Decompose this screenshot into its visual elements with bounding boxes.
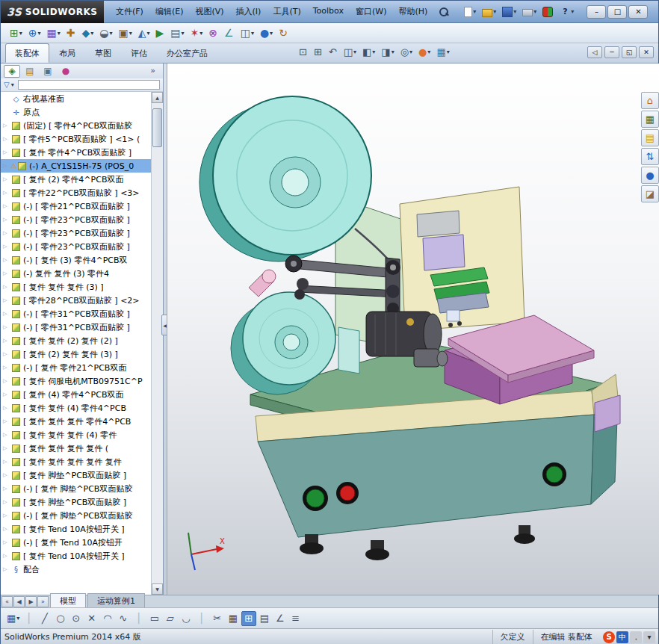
reference-geometry-icon[interactable]: ◭ ▾ — [135, 26, 153, 40]
doc-minimize-icon[interactable]: ─ — [604, 46, 619, 58]
expand-arrow-icon[interactable]: ▷ — [3, 176, 10, 182]
tree-item[interactable]: ▷ (-) [ 零件23^PCB双面贴胶 ] — [1, 213, 151, 226]
view-palette-icon[interactable]: ⇅ — [641, 148, 659, 165]
divider[interactable]: │ — [22, 611, 37, 626]
bom-icon[interactable]: ▤ ▾ — [167, 26, 187, 40]
menu-item[interactable]: 插入(I) — [230, 2, 267, 21]
filter-caret[interactable]: ▾ — [11, 81, 14, 88]
previous-view-icon[interactable]: ↶ — [327, 45, 340, 59]
expand-arrow-icon[interactable]: ▷ — [3, 486, 10, 492]
assembly-features-icon[interactable]: ▣ ▾ — [116, 26, 135, 40]
expand-arrow-icon[interactable]: ▷ — [3, 499, 10, 505]
menu-item[interactable]: 编辑(E) — [149, 2, 190, 21]
ime-more-icon[interactable]: ▾ — [643, 631, 655, 643]
smart-fasteners-icon[interactable]: ✚ — [64, 26, 79, 40]
expand-arrow-icon[interactable]: ▷ — [3, 297, 10, 303]
interference-check-icon[interactable]: ⊗ — [205, 26, 221, 40]
panel-overflow-chevron[interactable]: » — [150, 66, 155, 75]
expand-arrow-icon[interactable]: ▷ — [3, 378, 10, 384]
expand-arrow-icon[interactable]: ▷ — [3, 284, 10, 290]
menu-item[interactable]: 窗口(W) — [350, 2, 392, 21]
expand-arrow-icon[interactable]: ▷ — [3, 244, 10, 250]
tree-item[interactable]: ▷ [ 复件 (4) 零件4^PCB双面 — [1, 388, 151, 401]
expand-arrow-icon[interactable]: ▷ — [3, 257, 10, 263]
view-orientation-icon[interactable]: ◧ ▾ — [360, 45, 377, 59]
tree-item[interactable]: ▷ (-) [ 复件 脚垫^PCB双面贴胶 — [1, 482, 151, 495]
ime-punct-icon[interactable]: ， — [630, 631, 642, 643]
expand-arrow-icon[interactable]: ▷ — [3, 472, 10, 478]
displaymanager-tab[interactable]: ● — [58, 65, 74, 78]
tree-item[interactable]: ▷ (-) [ 零件23^PCB双面贴胶 ] — [1, 226, 151, 240]
commandmanager-tab[interactable]: 布局 — [49, 43, 85, 63]
help-icon[interactable]: ? ▾ — [557, 5, 576, 19]
tree-item[interactable]: ▷ (-) [ 零件31^PCB双面贴胶 ] — [1, 307, 151, 321]
home-icon[interactable]: ⌂ — [641, 92, 659, 109]
expand-arrow-icon[interactable]: ▷ — [3, 365, 10, 371]
move-component-icon[interactable]: ◆ ▾ — [78, 26, 96, 40]
tree-item[interactable]: ▷ [ 复件 复件 复件 零件4^PCB — [1, 415, 151, 428]
tree-item[interactable]: ▷ [ 复件 (2) 零件4^PCB双面 — [1, 173, 151, 186]
tree-item[interactable]: ▷ (-) [ 复件 零件21^PCB双面 — [1, 361, 151, 374]
tree-item[interactable]: ▷ § 配合 — [1, 563, 151, 576]
commandmanager-tab[interactable]: 评估 — [121, 43, 157, 63]
display-style-icon[interactable]: ◨ ▾ — [379, 45, 396, 59]
open-icon[interactable]: ▾ — [480, 5, 498, 19]
commandmanager-tab[interactable]: 办公室产品 — [157, 43, 217, 63]
tree-item[interactable]: ▷ [ 复件 零件4^PCB双面贴胶 ] — [1, 146, 151, 159]
tree-item[interactable]: ▷ [ 零件5^PCB双面贴胶 ] <1> ( — [1, 132, 151, 146]
ime-logo-icon[interactable]: S — [603, 631, 615, 643]
tree-item[interactable]: ▷ (-) [ 零件21^PCB双面贴胶 ] — [1, 199, 151, 213]
tree-item[interactable]: ▷ [ 复件 Tend 10A按钮开关 ] — [1, 522, 151, 536]
expand-arrow-icon[interactable]: ▷ — [3, 418, 10, 424]
trim-tool-icon[interactable]: ✂ — [210, 611, 225, 626]
spline-tool-icon[interactable]: ∿ — [116, 611, 131, 626]
tree-item[interactable]: ▷ (-) 复件 复件 (3) 零件4 — [1, 267, 151, 280]
tree-item[interactable]: ▷ [ 复件 脚垫^PCB双面贴胶 ] — [1, 468, 151, 482]
tree-item[interactable]: ▷ [ 复件 复件 复件 (4) 零件 — [1, 428, 151, 442]
next-tab-button[interactable]: ▶ — [25, 596, 37, 607]
expand-arrow-icon[interactable]: ▷ — [3, 123, 10, 129]
expand-arrow-icon[interactable]: ▷ — [3, 163, 10, 169]
section-view-icon[interactable]: ◫ ▾ — [341, 45, 359, 59]
line-tool-icon[interactable]: ╱ — [37, 611, 52, 626]
divider[interactable]: │ — [132, 611, 146, 626]
filter-input[interactable] — [18, 80, 160, 90]
scroll-thumb[interactable] — [152, 108, 162, 147]
table-tool-icon[interactable]: ≡ — [288, 611, 303, 626]
tree-item[interactable]: ▷ [ 复件 复件 复件 复件 ( — [1, 442, 151, 455]
tree-item[interactable]: ▷ ⚠ (-) A_CY1S15H-75 (POS_0 — [1, 159, 151, 173]
show-hidden-icon[interactable]: ◒ ▾ — [96, 26, 115, 40]
arc3-tool-icon[interactable]: ◡ — [179, 611, 194, 626]
study-tab[interactable]: 运动算例1 — [87, 593, 145, 607]
design-library-icon[interactable]: ▦ — [641, 111, 659, 128]
arc-tool-icon[interactable]: ◠ — [100, 611, 115, 626]
tree-item[interactable]: ✛ 原点 — [1, 105, 151, 119]
ime-mode-icon[interactable]: 中 — [616, 631, 628, 643]
expand-arrow-icon[interactable]: ▷ — [3, 459, 10, 465]
slot-tool-icon[interactable]: ▱ — [163, 611, 178, 626]
doc-close-icon[interactable]: ✕ — [639, 46, 654, 58]
tree-item[interactable]: ▷ [ 复件 (2) 复件 复件 (3) ] — [1, 347, 151, 361]
custom-properties-icon[interactable]: ◪ — [641, 185, 659, 202]
section-icon[interactable]: ◫ ▾ — [238, 26, 257, 40]
commandmanager-tab[interactable]: 草图 — [85, 43, 121, 63]
close-button[interactable]: ✕ — [628, 5, 648, 19]
tree-item[interactable]: ▷ [ 复件 复件 复件 复件 复件 — [1, 455, 151, 468]
apply-scene-icon[interactable]: ▦ ▾ — [434, 45, 451, 59]
print-icon[interactable]: ▾ — [520, 5, 539, 18]
circle-tool-icon[interactable]: ○ — [53, 611, 68, 626]
tree-item[interactable]: ▷ (固定) [ 零件4^PCB双面贴胶 — [1, 119, 151, 132]
units-icon[interactable]: ▤ — [257, 611, 272, 626]
tree-item[interactable]: ▷ [ 零件28^PCB双面贴胶 ] <2> — [1, 294, 151, 307]
expand-arrow-icon[interactable]: ▷ — [3, 445, 10, 451]
scroll-up-button[interactable]: ▲ — [152, 92, 163, 103]
expand-arrow-icon[interactable]: ▷ — [3, 203, 10, 209]
expand-arrow-icon[interactable]: ▷ — [3, 553, 10, 559]
minimize-button[interactable]: – — [587, 5, 606, 19]
menu-item[interactable]: 文件(F) — [110, 2, 149, 21]
maximize-button[interactable]: □ — [607, 5, 627, 19]
hide-show-items-icon[interactable]: ◎ ▾ — [398, 45, 415, 59]
zoom-area-icon[interactable]: ⊞ — [312, 45, 325, 59]
doc-restore-icon[interactable]: ◱ — [622, 46, 637, 58]
expand-arrow-icon[interactable]: ▷ — [3, 136, 10, 142]
